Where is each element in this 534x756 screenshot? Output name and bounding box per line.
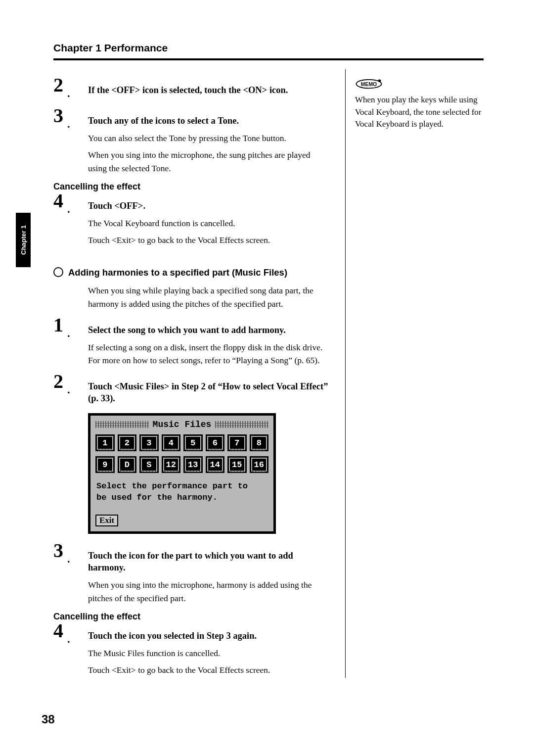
part-button-4[interactable]: 4 (162, 434, 181, 451)
screen-message: Select the performance part to be used f… (96, 481, 267, 504)
step-dot: . (67, 383, 70, 396)
part-button-5[interactable]: 5 (183, 434, 203, 451)
step-heading: Touch any of the icons to select a Tone. (88, 112, 329, 127)
body-text: You can also select the Tone by pressing… (88, 132, 329, 144)
step-number: 3 (53, 539, 63, 562)
screen-title: Music Files (153, 420, 212, 429)
memo-text: When you play the keys while using Vocal… (355, 94, 484, 131)
part-button-14[interactable]: 14 (206, 456, 225, 473)
svg-text:MEMO: MEMO (361, 82, 377, 87)
body-text: When you sing into the microphone, harmo… (88, 578, 329, 605)
step-heading: Touch <Music Files> in Step 2 of “How to… (88, 378, 329, 404)
step-heading: Touch <OFF>. (88, 197, 329, 212)
part-button-9[interactable]: 9 (95, 456, 115, 473)
button-row-2: 9 D S 12 13 14 15 16 (95, 456, 268, 473)
step-a1: 1 . Select the song to which you want to… (53, 321, 329, 367)
part-button-s[interactable]: S (139, 456, 159, 473)
page-number: 38 (42, 712, 55, 726)
side-column: MEMO When you play the keys while using … (355, 79, 484, 131)
step-number: 1 (53, 313, 63, 336)
step-body: The Vocal Keyboard function is cancelled… (88, 217, 329, 247)
exit-button[interactable]: Exit (95, 515, 118, 526)
part-button-3[interactable]: 3 (139, 434, 159, 451)
memo-icon: MEMO (355, 79, 383, 91)
header-rule (53, 58, 484, 60)
section-heading: Adding harmonies to a specified part (Mu… (53, 267, 329, 278)
step-body: You can also select the Tone by pressing… (88, 132, 329, 175)
sub-heading-cancel: Cancelling the effect (53, 612, 329, 622)
step-dot: . (67, 203, 70, 216)
step-heading: Select the song to which you want to add… (88, 321, 329, 336)
step-number: 3 (53, 104, 63, 127)
main-column: 2 . If the <OFF> icon is selected, touch… (53, 74, 329, 681)
body-text: The Music Files function is cancelled. (88, 647, 329, 660)
step-body: The Music Files function is cancelled. T… (88, 647, 329, 677)
bullet-circle-icon (53, 267, 63, 277)
step-4: 4 . Touch <OFF>. The Vocal Keyboard func… (53, 197, 329, 247)
decoration-icon (95, 421, 149, 428)
svg-point-2 (378, 79, 381, 82)
body-text: The Vocal Keyboard function is cancelled… (88, 217, 329, 230)
step-number: 4 (53, 619, 63, 642)
page-header: Chapter 1 Performance (53, 42, 168, 54)
step-2: 2 . If the <OFF> icon is selected, touch… (53, 81, 329, 101)
body-text: If selecting a song on a disk, insert th… (88, 341, 329, 367)
step-body: If selecting a song on a disk, insert th… (88, 341, 329, 367)
step-dot: . (67, 553, 70, 566)
step-a2: 2 . Touch <Music Files> in Step 2 of “Ho… (53, 378, 329, 404)
part-button-d[interactable]: D (118, 456, 137, 473)
sub-heading-cancel: Cancelling the effect (53, 182, 329, 192)
step-number: 2 (53, 370, 63, 393)
decoration-icon (215, 421, 268, 428)
step-a3: 3 . Touch the icon for the part to which… (53, 547, 329, 605)
step-number: 4 (53, 189, 63, 212)
step-dot: . (67, 87, 70, 100)
part-button-6[interactable]: 6 (206, 434, 225, 451)
step-heading: Touch the icon you selected in Step 3 ag… (88, 627, 329, 642)
msg-line: Select the performance part to (96, 481, 248, 491)
step-dot: . (67, 118, 70, 131)
step-heading: Touch the icon for the part to which you… (88, 547, 329, 573)
msg-line: be used for the harmony. (96, 493, 218, 502)
body-text: When you sing into the microphone, the s… (88, 148, 329, 175)
part-button-2[interactable]: 2 (118, 434, 137, 451)
button-row-1: 1 2 3 4 5 6 7 8 (95, 434, 268, 451)
part-button-15[interactable]: 15 (227, 456, 247, 473)
chapter-tab: Chapter 1 (16, 213, 31, 267)
step-3: 3 . Touch any of the icons to select a T… (53, 112, 329, 175)
body-text: Touch <Exit> to go back to the Vocal Eff… (88, 663, 329, 676)
part-button-8[interactable]: 8 (250, 434, 269, 451)
step-a4: 4 . Touch the icon you selected in Step … (53, 627, 329, 677)
part-button-12[interactable]: 12 (162, 456, 181, 473)
part-button-13[interactable]: 13 (183, 456, 203, 473)
step-number: 2 (53, 73, 63, 96)
step-heading: If the <OFF> icon is selected, touch the… (88, 81, 329, 96)
part-button-7[interactable]: 7 (227, 434, 247, 451)
step-body: When you sing into the microphone, harmo… (88, 578, 329, 605)
section-title: Adding harmonies to a specified part (Mu… (68, 267, 287, 278)
column-divider (345, 69, 346, 678)
part-button-1[interactable]: 1 (95, 434, 115, 451)
step-dot: . (67, 633, 70, 646)
screen-title-row: Music Files (95, 420, 268, 429)
part-button-16[interactable]: 16 (250, 456, 269, 473)
screen-music-files: Music Files 1 2 3 4 5 6 7 8 9 D S 12 13 … (88, 413, 276, 534)
step-dot: . (67, 327, 70, 340)
body-text: Touch <Exit> to go back to the Vocal Eff… (88, 234, 329, 246)
section-body: When you sing while playing back a speci… (88, 284, 329, 310)
